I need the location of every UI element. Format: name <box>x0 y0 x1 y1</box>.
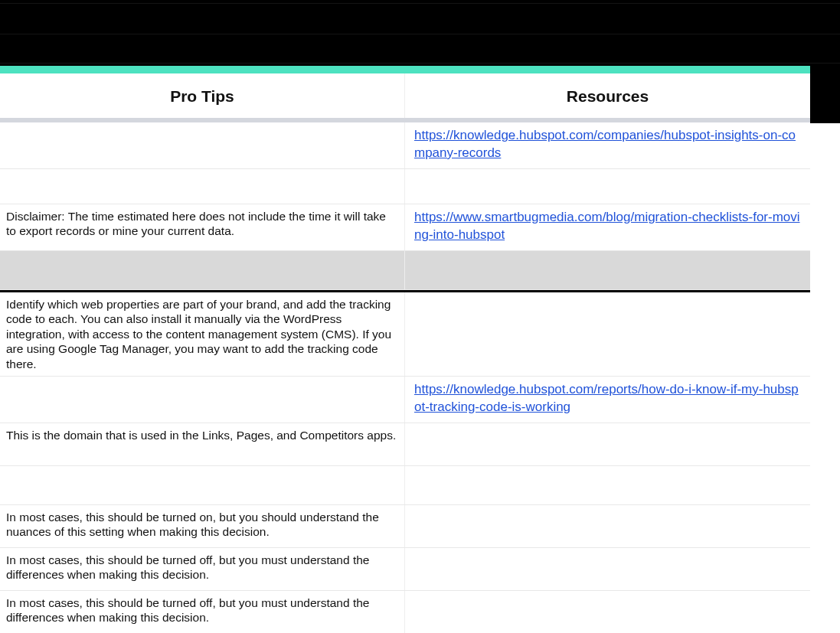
table-row <box>0 466 810 505</box>
table-row: This is the domain that is used in the L… <box>0 423 810 466</box>
table-row: In most cases, this should be turned off… <box>0 591 810 633</box>
table-row: Disclaimer: The time estimated here does… <box>0 204 810 251</box>
pro-tip-cell: Disclaimer: The time estimated here does… <box>0 204 405 250</box>
resource-cell <box>405 292 810 376</box>
top-black-region <box>0 0 840 66</box>
resource-cell <box>405 251 810 289</box>
resource-link[interactable]: https://knowledge.hubspot.com/reports/ho… <box>414 381 802 416</box>
table-row: In most cases, this should be turned off… <box>0 548 810 591</box>
resource-cell: https://knowledge.hubspot.com/reports/ho… <box>405 377 810 423</box>
hidden-row-line <box>0 34 840 34</box>
resource-cell <box>405 505 810 547</box>
pro-tip-cell: Identify which web properties are part o… <box>0 292 405 376</box>
table-row <box>0 169 810 204</box>
pro-tip-cell <box>0 169 405 204</box>
pro-tip-cell: This is the domain that is used in the L… <box>0 423 405 465</box>
resource-cell <box>405 466 810 504</box>
hidden-row-line <box>0 3 840 4</box>
header-resources: Resources <box>405 73 810 118</box>
pro-tip-text: This is the domain that is used in the L… <box>6 428 396 442</box>
pro-tip-cell <box>0 251 405 289</box>
resource-cell <box>405 423 810 465</box>
pro-tip-cell <box>0 377 405 423</box>
teal-accent-strip <box>0 66 810 73</box>
pro-tip-text: In most cases, this should be turned off… <box>6 553 397 582</box>
pro-tip-cell: In most cases, this should be turned on,… <box>0 505 405 547</box>
table-body: https://knowledge.hubspot.com/companies/… <box>0 122 810 633</box>
pro-tip-text: In most cases, this should be turned on,… <box>6 510 397 540</box>
resource-cell <box>405 169 810 204</box>
hidden-row-line <box>0 63 840 64</box>
resource-link[interactable]: https://knowledge.hubspot.com/companies/… <box>414 127 802 162</box>
pro-tip-cell <box>0 466 405 504</box>
table-row: https://knowledge.hubspot.com/reports/ho… <box>0 377 810 423</box>
header-pro-tips: Pro Tips <box>0 73 405 118</box>
table-header-row: Pro Tips Resources <box>0 73 810 118</box>
table-row: In most cases, this should be turned on,… <box>0 505 810 548</box>
resource-cell <box>405 548 810 590</box>
table-row <box>0 251 810 290</box>
resource-cell <box>405 591 810 633</box>
document-viewport: Pro Tips Resources https://knowledge.hub… <box>0 0 840 633</box>
resource-cell: https://www.smartbugmedia.com/blog/migra… <box>405 204 810 250</box>
pro-tip-cell: In most cases, this should be turned off… <box>0 591 405 633</box>
pro-tip-text: Disclaimer: The time estimated here does… <box>6 209 397 239</box>
pro-tip-text: Identify which web properties are part o… <box>6 297 397 371</box>
resource-link[interactable]: https://www.smartbugmedia.com/blog/migra… <box>414 209 802 244</box>
pro-tip-cell <box>0 122 405 168</box>
pro-tip-cell: In most cases, this should be turned off… <box>0 548 405 590</box>
resource-cell: https://knowledge.hubspot.com/companies/… <box>405 122 810 168</box>
table-row: https://knowledge.hubspot.com/companies/… <box>0 122 810 169</box>
table-row: Identify which web properties are part o… <box>0 292 810 377</box>
pro-tip-text: In most cases, this should be turned off… <box>6 595 397 625</box>
